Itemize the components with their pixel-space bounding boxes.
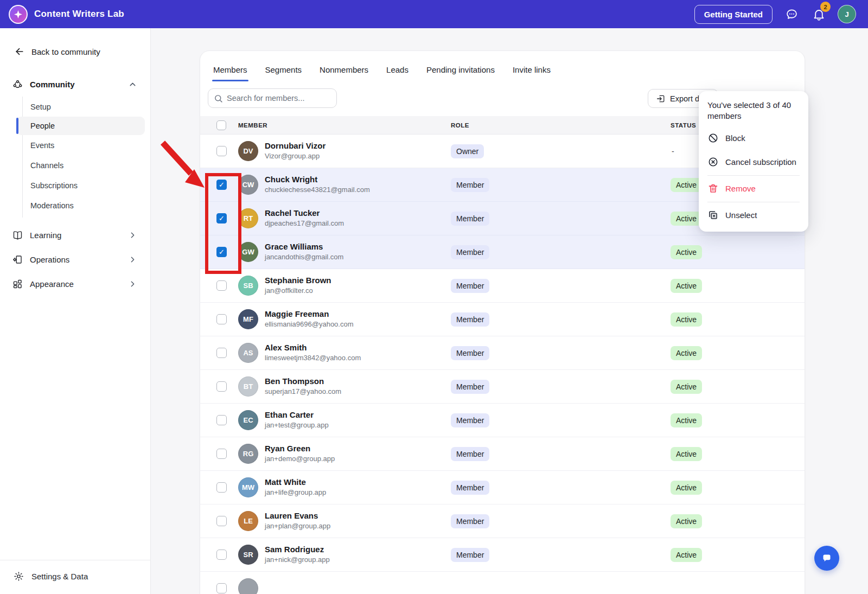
sidebar-item-moderations[interactable]: Moderations — [0, 195, 150, 215]
learning-label: Learning — [30, 231, 61, 240]
role-badge: Owner — [451, 144, 484, 158]
member-email: jan+life@group.app — [265, 488, 326, 497]
avatar: CW — [238, 175, 258, 195]
status-badge: Active — [671, 312, 702, 327]
remove-action[interactable]: Remove — [707, 177, 800, 201]
cancel-circle-icon — [707, 156, 719, 168]
block-action[interactable]: Block — [707, 126, 800, 150]
role-badge: Member — [451, 346, 489, 360]
row-checkbox[interactable] — [216, 415, 227, 425]
chat-widget-button[interactable] — [814, 546, 839, 571]
community-label: Community — [30, 80, 75, 89]
sidebar-item-settings-data[interactable]: Settings & Data — [0, 560, 150, 594]
sidebar-item-learning[interactable]: Learning — [0, 223, 150, 247]
annotation-arrow — [163, 143, 205, 188]
user-avatar[interactable]: J — [838, 5, 856, 23]
member-email: jan@offkilter.co — [265, 286, 331, 296]
top-bar: Content Writers Lab Getting Started 2 J — [0, 0, 868, 28]
tab-label: Leads — [386, 65, 409, 74]
avatar: SR — [238, 545, 258, 565]
sidebar-item-setup[interactable]: Setup — [0, 97, 150, 117]
back-label: Back to community — [31, 47, 100, 56]
avatar: EC — [238, 410, 258, 430]
avatar: AS — [238, 343, 258, 363]
back-to-community-link[interactable]: Back to community — [0, 28, 150, 57]
status-badge: Active — [671, 514, 702, 528]
row-checkbox[interactable] — [216, 213, 227, 223]
sparkle-star-icon — [13, 9, 23, 20]
table-row: RG Ryan Green jan+demo@group.app Member … — [200, 437, 805, 471]
notifications-button[interactable]: 2 — [810, 6, 827, 22]
tab-label: Members — [213, 65, 247, 74]
row-checkbox[interactable] — [216, 280, 227, 291]
row-checkbox[interactable] — [216, 449, 227, 459]
row-checkbox[interactable] — [216, 482, 227, 493]
tab-leads[interactable]: Leads — [386, 65, 409, 81]
sidebar-item-people[interactable]: People — [16, 117, 145, 135]
sidebar-item-events[interactable]: Events — [0, 135, 150, 155]
community-logo[interactable] — [9, 5, 28, 24]
status-dash: - — [671, 147, 674, 156]
row-checkbox[interactable] — [216, 381, 227, 392]
getting-started-button[interactable]: Getting Started — [694, 5, 773, 24]
tab-segments[interactable]: Segments — [265, 65, 302, 81]
row-checkbox[interactable] — [216, 180, 227, 190]
block-icon — [707, 132, 719, 144]
role-badge: Member — [451, 514, 489, 528]
member-name: Ethan Carter — [265, 410, 329, 420]
trash-icon — [707, 183, 719, 194]
settings-data-label: Settings & Data — [31, 572, 88, 581]
table-row: EC Ethan Carter jan+test@group.app Membe… — [200, 404, 805, 437]
status-badge: Active — [671, 212, 702, 226]
member-name: Ben Thompson — [265, 376, 341, 387]
sidebar-item-appearance[interactable]: Appearance — [0, 272, 150, 296]
unselect-action[interactable]: Unselect — [707, 203, 800, 227]
member-name: Lauren Evans — [265, 511, 330, 521]
cancel-subscription-action[interactable]: Cancel subscription — [707, 150, 800, 174]
member-email: jancandothis@gmail.com — [265, 253, 343, 262]
status-badge: Active — [671, 548, 702, 562]
messages-button[interactable] — [783, 6, 800, 22]
status-badge: Active — [671, 346, 702, 360]
sidebar-groups: Learning Operations Appearance — [0, 223, 150, 296]
row-checkbox[interactable] — [216, 348, 227, 358]
unselect-label: Unselect — [725, 210, 757, 220]
row-checkbox[interactable] — [216, 583, 227, 593]
chat-bubble-icon — [785, 8, 799, 21]
row-checkbox[interactable] — [216, 550, 227, 560]
status-badge: Active — [671, 481, 702, 495]
member-name: Sam Rodriguez — [265, 545, 330, 555]
member-name: Maggie Freeman — [265, 309, 354, 320]
select-all-checkbox[interactable] — [216, 120, 226, 130]
table-row: SR Sam Rodriguez jan+nick@group.app Memb… — [200, 538, 805, 572]
sidebar-item-operations[interactable]: Operations — [0, 247, 150, 272]
community-people-icon — [12, 79, 23, 90]
role-badge: Member — [451, 447, 489, 461]
search-input[interactable] — [227, 94, 331, 103]
subitem-label: Setup — [30, 103, 51, 111]
member-name: Alex Smith — [265, 343, 361, 353]
row-checkbox[interactable] — [216, 516, 227, 526]
role-badge: Member — [451, 380, 489, 394]
tab-pending-invitations[interactable]: Pending invitations — [426, 65, 495, 81]
sidebar-item-channels[interactable]: Channels — [0, 155, 150, 175]
chevron-right-icon — [128, 279, 137, 289]
tab-invite-links[interactable]: Invite links — [513, 65, 551, 81]
avatar: RG — [238, 444, 258, 464]
sidebar-section-community[interactable]: Community — [0, 73, 150, 95]
book-icon — [12, 229, 23, 241]
chevron-up-icon — [128, 80, 137, 89]
table-row: MF Maggie Freeman ellismania9696@yahoo.c… — [200, 303, 805, 336]
table-row — [200, 572, 805, 594]
row-checkbox[interactable] — [216, 146, 227, 156]
tab-members[interactable]: Members — [213, 65, 247, 81]
sidebar-item-subscriptions[interactable]: Subscriptions — [0, 175, 150, 195]
tab-label: Invite links — [513, 65, 551, 74]
tab-nonmembers[interactable]: Nonmembers — [320, 65, 368, 81]
search-box[interactable] — [208, 88, 337, 108]
row-checkbox[interactable] — [216, 247, 227, 257]
row-checkbox[interactable] — [216, 314, 227, 324]
role-badge: Member — [451, 279, 489, 293]
status-badge: Active — [671, 413, 702, 427]
member-email: jan+plan@group.app — [265, 522, 330, 531]
